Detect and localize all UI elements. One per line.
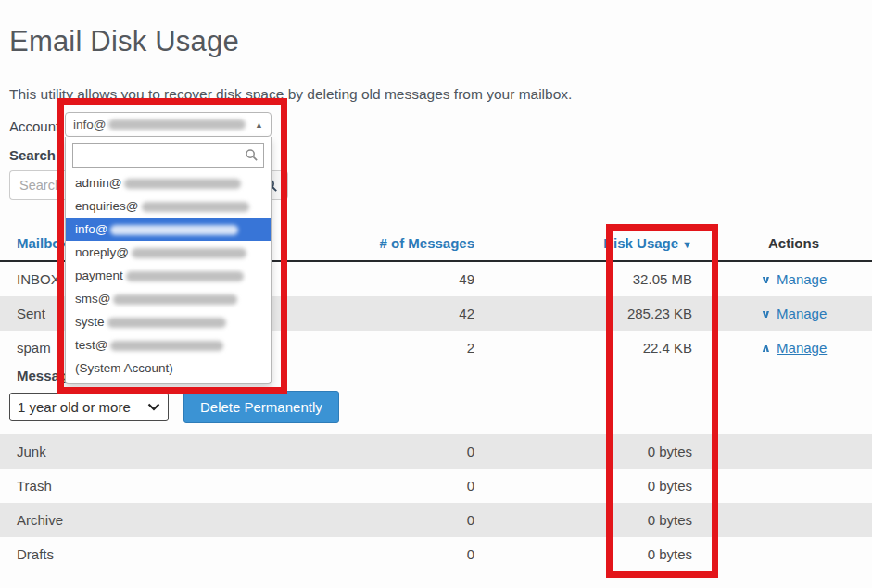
column-header-actions: Actions: [768, 235, 819, 251]
redacted-domain: [113, 294, 237, 305]
page-description: This utility allows you to recover disk …: [9, 86, 572, 103]
redacted-domain: [108, 119, 246, 130]
redacted-domain: [132, 248, 246, 258]
redacted-domain: [110, 225, 238, 235]
mailbox-name: Archive: [0, 512, 352, 528]
dropdown-item-enquiries[interactable]: enquiries@: [66, 194, 271, 218]
chevron-down-icon: [147, 403, 160, 411]
account-label: Account:: [9, 119, 63, 134]
chevron-up-icon: ∧: [761, 342, 771, 355]
message-count: 42: [352, 306, 474, 321]
redacted-domain: [110, 341, 223, 351]
table-row-archive: Archive 0 0 bytes: [0, 503, 872, 537]
message-count: 0: [352, 546, 474, 562]
disk-usage-value: 0 bytes: [474, 546, 692, 562]
disk-usage-value: 22.4 KB: [474, 340, 692, 356]
search-icon: [245, 148, 259, 162]
mailbox-name: Junk: [0, 444, 352, 459]
disk-usage-value: 285.23 KB: [474, 306, 692, 321]
account-selected-value: info@: [73, 118, 106, 131]
dropdown-item-sms[interactable]: sms@: [66, 287, 271, 310]
disk-usage-value: 0 bytes: [474, 512, 692, 528]
dropdown-search-input[interactable]: [72, 143, 264, 168]
account-dropdown-list: admin@ enquiries@ info@ noreply@ payment…: [66, 171, 271, 380]
delete-permanently-button[interactable]: Delete Permanently: [183, 391, 339, 423]
redacted-domain: [126, 271, 244, 281]
redacted-domain: [107, 318, 226, 328]
page-title: Email Disk Usage: [9, 25, 239, 58]
dropdown-item-noreply[interactable]: noreply@: [66, 241, 271, 264]
manage-link-spam[interactable]: ∧Manage: [761, 340, 828, 356]
caret-up-icon: ▲: [255, 120, 263, 130]
table-row-trash: Trash 0 0 bytes: [0, 469, 872, 503]
redacted-domain: [142, 202, 249, 212]
column-header-disk-usage[interactable]: Disk Usage: [603, 235, 678, 251]
table-row-junk: Junk 0 0 bytes: [0, 434, 872, 469]
sort-descending-icon: ▼: [682, 239, 692, 250]
column-header-mailbox[interactable]: Mailbox: [17, 235, 69, 251]
message-count: 0: [352, 478, 474, 494]
chevron-down-icon: ∨: [761, 307, 771, 320]
dropdown-item-admin[interactable]: admin@: [66, 171, 271, 194]
account-select[interactable]: info@ ▲: [65, 112, 272, 137]
column-header-messages[interactable]: # of Messages: [379, 235, 474, 251]
message-count: 49: [352, 271, 474, 287]
message-count: 0: [352, 512, 474, 528]
disk-usage-value: 32.05 MB: [474, 271, 692, 287]
chevron-down-icon: ∨: [761, 273, 771, 286]
message-age-selected-value: 1 year old or more: [18, 399, 131, 415]
disk-usage-value: 0 bytes: [474, 444, 692, 459]
message-age-select[interactable]: 1 year old or more: [9, 393, 169, 421]
table-row-drafts: Drafts 0 0 bytes: [0, 537, 872, 571]
disk-usage-value: 0 bytes: [474, 478, 692, 494]
mailbox-name: Trash: [0, 478, 352, 494]
search-label: Search: [9, 147, 56, 163]
dropdown-item-system-account[interactable]: (System Account): [66, 357, 271, 380]
dropdown-item-system-user[interactable]: syste: [66, 310, 271, 333]
redacted-domain: [124, 179, 241, 189]
mailbox-name: Drafts: [0, 546, 352, 562]
message-count: 2: [352, 340, 474, 356]
dropdown-item-test[interactable]: test@: [66, 333, 271, 357]
dropdown-item-info-selected[interactable]: info@: [66, 218, 271, 241]
message-count: 0: [352, 444, 474, 459]
manage-link-inbox[interactable]: ∨Manage: [761, 271, 828, 287]
dropdown-item-payment[interactable]: payment: [66, 264, 271, 287]
manage-link-sent[interactable]: ∨Manage: [761, 306, 828, 321]
account-dropdown: admin@ enquiries@ info@ noreply@ payment…: [65, 137, 272, 384]
